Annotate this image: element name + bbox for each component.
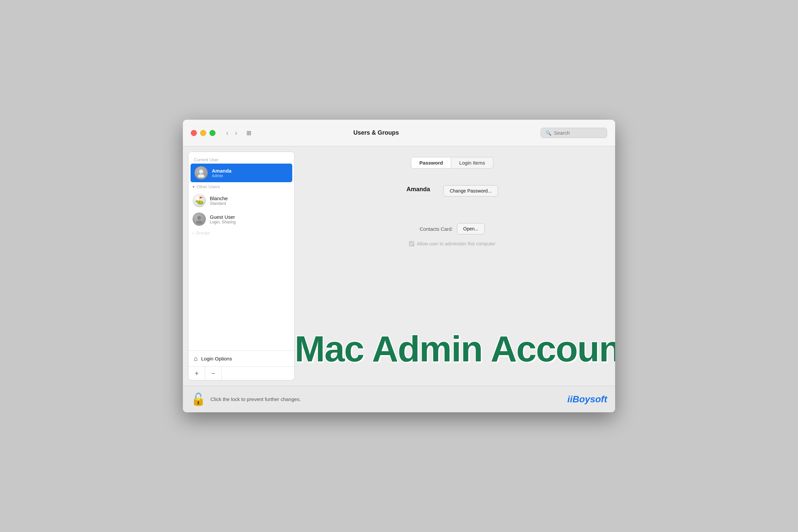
svg-point-0 xyxy=(199,170,203,174)
guest-user-role: Login, Sharing xyxy=(210,220,235,225)
sidebar: Current User Amanda Admin xyxy=(188,152,294,380)
traffic-lights xyxy=(191,130,215,136)
overlay-text: Mac Admin Account xyxy=(294,330,610,367)
lock-icon[interactable]: 🔓 xyxy=(191,392,206,406)
contacts-card-label: Contacts Card: xyxy=(420,226,453,232)
allow-admin-row: Allow user to administer this computer xyxy=(303,241,602,246)
bottom-bar: 🔓 Click the lock to prevent further chan… xyxy=(183,386,615,412)
window-title: Users & Groups xyxy=(217,129,535,136)
guest-user-name: Guest User xyxy=(210,214,235,220)
user-detail: Amanda Change Password... xyxy=(303,176,602,203)
add-user-button[interactable]: + xyxy=(189,367,205,380)
guest-user-info: Guest User Login, Sharing xyxy=(210,214,235,225)
main-window: ‹ › ⊞ Users & Groups 🔍 Current User xyxy=(183,120,615,412)
main-content: Password Login Items Amanda Change Passw… xyxy=(294,152,610,380)
current-user-item[interactable]: Amanda Admin xyxy=(191,164,292,182)
sidebar-content: Current User Amanda Admin xyxy=(189,152,294,350)
search-box[interactable]: 🔍 xyxy=(540,128,607,138)
blanche-user-role: Standard xyxy=(210,201,228,206)
login-options-label: Login Options xyxy=(201,356,232,361)
blanche-avatar xyxy=(192,194,206,207)
guest-silhouette-icon xyxy=(194,214,204,224)
search-input[interactable] xyxy=(554,130,602,136)
blanche-user-name: Blanche xyxy=(210,195,228,201)
lock-section: 🔓 Click the lock to prevent further chan… xyxy=(191,392,301,406)
home-icon: ⌂ xyxy=(194,355,198,362)
iboysoft-i-letter: i xyxy=(567,394,570,404)
current-user-section-label: Current User xyxy=(189,155,294,164)
close-button[interactable] xyxy=(191,130,197,136)
user-silhouette-icon xyxy=(196,168,206,177)
open-contacts-button[interactable]: Open... xyxy=(457,223,485,234)
current-user-role: Admin xyxy=(212,174,231,178)
search-icon: 🔍 xyxy=(546,130,551,136)
login-options-button[interactable]: ⌂ Login Options xyxy=(189,351,294,366)
change-password-button[interactable]: Change Password... xyxy=(443,185,498,196)
allow-admin-checkbox[interactable] xyxy=(409,241,414,246)
iboysoft-brand: iiBoysoft xyxy=(567,394,607,405)
guest-avatar xyxy=(192,212,206,226)
svg-point-2 xyxy=(197,216,201,220)
lock-text: Click the lock to prevent further change… xyxy=(210,396,301,402)
tab-login-items[interactable]: Login Items xyxy=(451,157,493,169)
sidebar-footer: ⌂ Login Options + − xyxy=(189,350,294,380)
current-user-name: Amanda xyxy=(212,168,231,174)
contacts-row: Contacts Card: Open... xyxy=(303,223,602,234)
tab-bar: Password Login Items xyxy=(303,157,602,169)
chevron-right-icon: › xyxy=(192,231,194,235)
remove-user-button[interactable]: − xyxy=(205,367,222,380)
maximize-button[interactable] xyxy=(209,130,215,136)
groups-header[interactable]: › Groups xyxy=(189,228,294,238)
blanche-user-item[interactable]: Blanche Standard xyxy=(189,191,294,210)
titlebar: ‹ › ⊞ Users & Groups 🔍 xyxy=(183,120,615,146)
current-user-info: Amanda Admin xyxy=(212,168,231,178)
groups-label: Groups xyxy=(196,230,210,235)
detail-username: Amanda xyxy=(406,186,430,193)
chevron-down-icon: ▾ xyxy=(192,185,194,189)
allow-admin-label: Allow user to administer this computer xyxy=(417,241,496,246)
iboysoft-name: iBoysoft xyxy=(570,394,607,404)
sidebar-actions: + − xyxy=(189,366,294,380)
svg-point-1 xyxy=(198,174,205,177)
svg-point-3 xyxy=(196,221,203,224)
guest-user-item[interactable]: Guest User Login, Sharing xyxy=(189,210,294,228)
minimize-button[interactable] xyxy=(200,130,206,136)
other-users-header: ▾ Other Users xyxy=(189,182,294,191)
other-users-label: Other Users xyxy=(196,184,220,189)
window-body: Current User Amanda Admin xyxy=(183,146,615,386)
blanche-user-info: Blanche Standard xyxy=(210,195,228,206)
current-user-avatar xyxy=(194,166,208,179)
tab-password[interactable]: Password xyxy=(411,157,451,169)
